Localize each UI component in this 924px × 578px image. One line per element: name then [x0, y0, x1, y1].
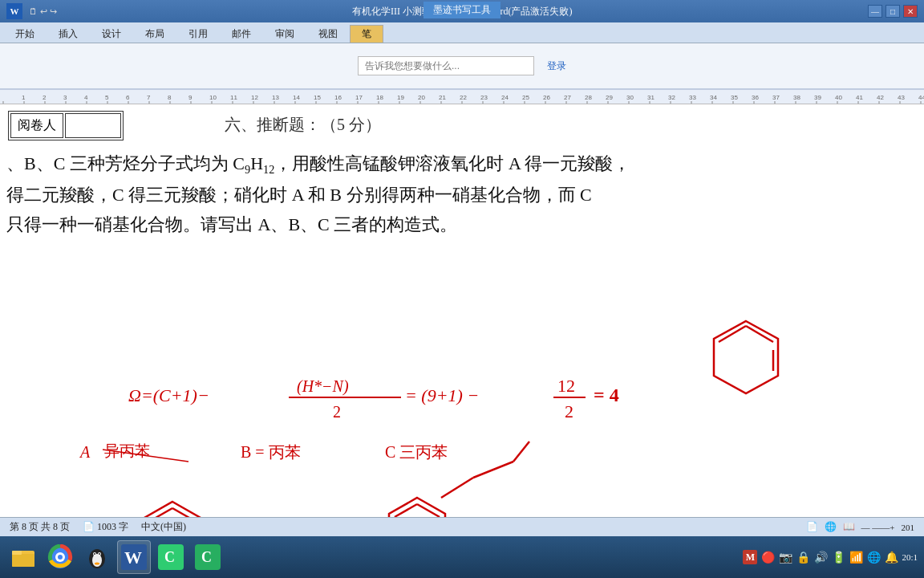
tray-icon-2[interactable]: 📷 — [778, 550, 792, 564]
tab-layout[interactable]: 布局 — [133, 25, 176, 43]
titlebar: W 🗒 ↩ ↪ 有机化学III 小测验 [兼容模式] - Word(产品激活失败… — [0, 0, 924, 22]
view-mode-read[interactable]: 📖 — [843, 521, 855, 533]
doc-line-2: 得二元羧酸，C 得三元羧酸；硝化时 A 和 B 分别得两种一硝基化合物，而 C — [6, 180, 918, 210]
tray-m[interactable]: M — [743, 550, 757, 564]
document-area[interactable]: 阅卷人 六、推断题：（5 分） 、B、C 三种芳烃分子式均为 C9H12，用酸性… — [0, 104, 924, 530]
taskbar-chrome[interactable] — [43, 540, 77, 574]
statusbar: 第 8 页 共 8 页 📄 1003 字 中文(中国) 📄 🌐 📖 — ——+ … — [0, 517, 924, 536]
ribbon-tabs: 开始 插入 设计 布局 引用 邮件 审阅 视图 笔 — [0, 22, 924, 43]
svg-line-28 — [395, 504, 417, 517]
zoom-slider[interactable]: — ——+ — [861, 523, 895, 532]
word-count: 📄 1003 字 — [83, 520, 128, 534]
svg-text:12: 12 — [557, 376, 575, 396]
tray-icon-4[interactable]: 🔊 — [813, 550, 828, 564]
tray-volume[interactable]: 🔔 — [884, 550, 898, 564]
svg-marker-1 — [714, 321, 778, 393]
svg-text:2: 2 — [333, 403, 341, 421]
clock[interactable]: 20:1 — [902, 552, 918, 563]
svg-text:C 三丙苯: C 三丙苯 — [385, 443, 448, 461]
tab-pen[interactable]: 笔 — [350, 25, 383, 43]
svg-line-16 — [103, 450, 188, 462]
svg-point-46 — [94, 553, 95, 555]
tab-review[interactable]: 审阅 — [263, 25, 306, 43]
time: 20:1 — [902, 552, 918, 563]
taskbar-right: M 🔴 📷 🔒 🔊 🔋 📶 🌐 🔔 20:1 — [743, 550, 918, 564]
titlebar-left: W 🗒 ↩ ↪ — [6, 3, 57, 19]
svg-text:异丙苯: 异丙苯 — [104, 442, 150, 459]
svg-line-30 — [473, 462, 513, 478]
maximize-button[interactable]: □ — [886, 5, 900, 18]
taskbar-word[interactable]: W — [117, 540, 151, 574]
close-button[interactable]: ✕ — [903, 5, 918, 18]
svg-text:2: 2 — [565, 401, 573, 421]
svg-text:= (9+1) −: = (9+1) − — [405, 385, 479, 405]
svg-rect-36 — [12, 551, 22, 555]
taskbar-file-manager[interactable] — [6, 540, 40, 574]
login-button[interactable]: 登录 — [547, 59, 566, 73]
ruler — [0, 90, 924, 104]
tab-references[interactable]: 引用 — [176, 25, 220, 43]
svg-text:A: A — [79, 443, 91, 461]
svg-line-27 — [417, 504, 440, 517]
tray-wifi[interactable]: 🌐 — [866, 550, 881, 564]
svg-line-4 — [719, 326, 746, 342]
taskbar: W C C M 🔴 📷 🔒 🔊 🔋 📶 🌐 🔔 — [0, 536, 924, 578]
svg-text:W: W — [124, 547, 142, 568]
svg-line-29 — [441, 478, 473, 498]
tab-insert[interactable]: 插入 — [47, 25, 90, 43]
search-bar: 登录 — [6, 56, 918, 75]
svg-point-48 — [95, 563, 99, 565]
tab-start[interactable]: 开始 — [3, 25, 47, 43]
taskbar-c-app[interactable]: C — [191, 540, 225, 574]
view-mode-web[interactable]: 🌐 — [825, 521, 837, 533]
svg-line-2 — [746, 326, 773, 342]
minimize-button[interactable]: — — [868, 5, 882, 18]
svg-point-47 — [99, 553, 100, 555]
svg-point-41 — [58, 555, 63, 560]
quick-access: 🗒 ↩ ↪ — [29, 6, 57, 17]
tab-design[interactable]: 设计 — [90, 25, 133, 43]
svg-text:= 4: = 4 — [594, 385, 619, 405]
svg-text:(H*−N): (H*−N) — [297, 377, 349, 396]
document-text: 、B、C 三种芳烃分子式均为 C9H12，用酸性高锰酸钾溶液氧化时 A 得一元羧… — [6, 149, 918, 239]
language: 中文(中国) — [141, 520, 186, 534]
search-input[interactable] — [358, 56, 534, 75]
svg-text:C: C — [201, 549, 212, 565]
svg-text:Ω=(C+1)−: Ω=(C+1)− — [128, 385, 209, 405]
svg-point-43 — [92, 554, 102, 567]
review-score — [65, 113, 121, 138]
word-icon: W — [6, 3, 22, 19]
svg-line-31 — [513, 442, 529, 462]
tray-icon-1[interactable]: 🔴 — [760, 550, 775, 564]
review-label: 阅卷人 — [10, 113, 63, 138]
svg-text:C: C — [164, 549, 175, 565]
taskbar-green-app[interactable]: C — [154, 540, 188, 574]
tray-icon-6[interactable]: 📶 — [849, 550, 863, 564]
page-header: 六、推断题：（5 分） — [225, 114, 381, 136]
tray-icon-5[interactable]: 🔋 — [831, 550, 845, 564]
page-count: 第 8 页 共 8 页 — [10, 520, 70, 534]
tab-mail[interactable]: 邮件 — [220, 25, 263, 43]
system-tray: M 🔴 📷 🔒 🔊 🔋 📶 🌐 🔔 — [743, 550, 898, 564]
view-mode-print[interactable]: 📄 — [806, 521, 818, 533]
titlebar-controls: — □ ✕ — [868, 5, 918, 18]
review-table: 阅卷人 — [8, 111, 124, 140]
zoom-level: 201 — [902, 523, 915, 532]
svg-rect-35 — [12, 554, 34, 567]
doc-line-1: 、B、C 三种芳烃分子式均为 C9H12，用酸性高锰酸钾溶液氧化时 A 得一元羧… — [6, 149, 918, 180]
ribbon-bar: 登录 — [0, 43, 924, 90]
tab-view[interactable]: 视图 — [306, 25, 350, 43]
ink-tools-tab[interactable]: 墨迹书写工具 — [424, 2, 500, 18]
doc-line-3: 只得一种一硝基化合物。请写出 A、B、C 三者的构造式。 — [6, 210, 918, 239]
tray-icon-3[interactable]: 🔒 — [796, 550, 810, 564]
taskbar-penguin[interactable] — [80, 540, 114, 574]
svg-text:B = 丙苯: B = 丙苯 — [241, 443, 301, 461]
